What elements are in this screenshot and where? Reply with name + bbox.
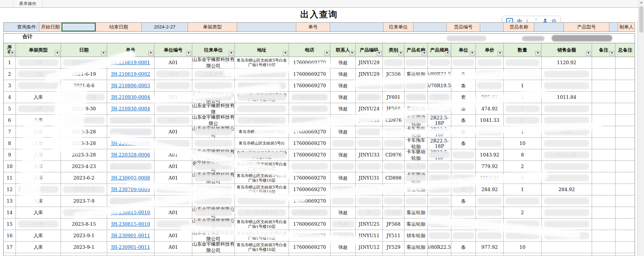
doc-no-link[interactable]: JH-210930-0004: [111, 106, 150, 111]
cell-col-qty: 2: [504, 92, 542, 103]
filter-dropdown-icon[interactable]: ▼: [535, 51, 540, 56]
cell-col-product-name: 卡车导向轮胎: [404, 126, 428, 137]
cell-col-product-code: JI: [356, 207, 383, 218]
doc-no-link[interactable]: JH-220328-0006: [111, 141, 150, 146]
cell-col-product-code: JINYU29: [356, 57, 383, 68]
cell-col-address: 青岛市崂山区文岭路5号白金广场1号楼10层: [235, 172, 289, 184]
filter-dropdown-icon[interactable]: ▼: [324, 51, 329, 56]
table-row: 14入库2023-8-15JH-230815-0010A01山东金宇橡胶有限公司…: [4, 207, 635, 219]
cell-col-address: 金广场1号楼10层: [235, 207, 289, 218]
filter-dropdown-icon[interactable]: ▼: [586, 51, 591, 56]
cell-col-doc-no: JH-220328-0006: [107, 126, 154, 137]
cell-col-contact: 张超: [330, 115, 356, 126]
cell-col-unit: 套: [451, 92, 476, 103]
filter-dropdown-icon[interactable]: ▼: [55, 51, 60, 56]
cell-col-qty: 8: [504, 149, 542, 160]
doc-no-link[interactable]: JH-220328-0006: [111, 129, 150, 134]
cell-col-unit-code: A01: [154, 242, 192, 253]
query-filter-band: 查询条件:开始日期结束日期2024-2-27单据类型单号往来单位货品编号货品名称…: [3, 22, 635, 32]
cell-col-unit-price: 505.92: [476, 92, 504, 103]
doc-no-link[interactable]: JH-220111-0005: [111, 118, 150, 123]
filter-dropdown-icon[interactable]: ▼: [422, 51, 427, 56]
filter-dropdown-icon[interactable]: ▼: [101, 51, 106, 56]
cell-col-unit: 条: [451, 195, 476, 207]
cell-col-phone: 17600669270: [289, 57, 330, 68]
doc-no-link[interactable]: JH-230901-0011: [111, 233, 150, 238]
cell-col-total-remark: [615, 230, 635, 241]
redacted-total-value: [522, 36, 544, 41]
cell-col-date: 2023-8-15: [61, 207, 107, 218]
table-row-partial: [4, 253, 635, 256]
goods-code-input[interactable]: [480, 23, 504, 31]
doc-no-link[interactable]: JH-230901-0011: [111, 244, 150, 250]
cell-col-category: [383, 80, 404, 91]
header-label: 单价: [485, 48, 494, 53]
cell-col-phone: 17600669270: [289, 184, 330, 195]
cell-col-unit: 条: [451, 103, 476, 114]
scroll-thumb[interactable]: [639, 6, 643, 32]
partner-input[interactable]: [413, 23, 447, 31]
redacted-total-value: [447, 36, 486, 41]
doc-no-link[interactable]: JH-230709-0009: [111, 198, 150, 204]
cell-col-unit-code: A01: [154, 92, 192, 103]
redacted-total-value: [552, 35, 612, 41]
filter-dropdown-icon[interactable]: ▼: [609, 51, 614, 56]
filter-dropdown-icon[interactable]: ▼: [470, 51, 475, 56]
cell-col-address: 青岛市崂山区文岭路5号白金广场1号楼10层: [235, 184, 289, 195]
cell-col-seq: 15: [4, 219, 16, 230]
cell-col-address: 青岛市崂山区文岭路5号白金广场1号楼10层: [235, 57, 289, 68]
doc-no-link[interactable]: JH-210806-0003: [111, 83, 150, 88]
header-col-seq: 序号▼: [4, 43, 16, 57]
cell-col-unit-price: [476, 80, 504, 91]
filter-dropdown-icon[interactable]: ▼: [186, 51, 191, 56]
doc-no-link[interactable]: JH-230709-0009: [111, 187, 150, 192]
doc-no-link[interactable]: JH-210930-0004: [111, 94, 150, 100]
doc-no-input[interactable]: [330, 23, 384, 31]
table-row: 17入库2023-9-1JH-230901-0011A01山东金宇橡胶科技有限公…: [4, 242, 635, 253]
product-model-input[interactable]: [609, 23, 618, 31]
filter-dropdown-icon[interactable]: ▼: [498, 51, 503, 56]
doc-no-link[interactable]: JH-230423-0007: [111, 164, 150, 169]
doc-no-link[interactable]: JH-210619-0001: [111, 60, 150, 65]
doc-no-link[interactable]: JH-210619-0002: [111, 71, 150, 77]
doc-type-input[interactable]: [237, 23, 296, 31]
vertical-scrollbar[interactable]: ▲: [638, 0, 644, 256]
start-date-input[interactable]: [62, 23, 96, 31]
filter-dropdown-icon[interactable]: ▼: [10, 51, 15, 56]
scroll-up-arrow[interactable]: ▲: [639, 0, 644, 6]
cell-col-product-code: [356, 195, 383, 207]
filter-dropdown-icon[interactable]: ▼: [350, 51, 355, 56]
filter-dropdown-icon[interactable]: ▼: [445, 51, 450, 56]
cell-col-unit-code: [154, 219, 192, 230]
cell-col-contact: 张超: [330, 57, 356, 68]
table-row: 8入库2023-3-28JH-220328-0006青岛市崂山区文岭路5号白17…: [4, 138, 635, 149]
filter-dropdown-icon[interactable]: ▼: [229, 51, 234, 56]
cell-col-product-code: [356, 161, 383, 172]
header-col-sales-amount: 销售金额▼: [542, 43, 592, 57]
cell-col-seq: 3: [4, 80, 16, 91]
header-label: 日期: [79, 48, 89, 53]
cell-col-phone: 17600669270: [289, 172, 330, 184]
cell-col-product-spec: 5/80R22.5-: [428, 242, 451, 253]
doc-no-link[interactable]: JH-220328-0006: [111, 152, 150, 158]
doc-no-link[interactable]: JH-230815-0010: [111, 210, 150, 215]
cell-col-product-code: JINYU29: [356, 69, 383, 80]
filter-dropdown-icon[interactable]: ▼: [377, 51, 382, 56]
end-date-input[interactable]: 2024-2-27: [142, 23, 188, 31]
tab-form-operations[interactable]: 表单操作: [13, 0, 43, 7]
cell-col-total-remark: [615, 80, 635, 91]
cell-col-product-code: [356, 126, 383, 137]
goods-name-input[interactable]: [534, 23, 564, 31]
table-header-row: 序号▼单据类型▼日期▼单号▼单位编号▼往来单位▼地址▼电话▼联系人▼产品编码▼类…: [4, 43, 635, 57]
cell-col-doc-no: JH-230602-0008: [107, 172, 154, 184]
cell-col-doc-type: 入库: [16, 115, 61, 126]
cell-col-total-remark: [615, 138, 635, 149]
cell-col-date: 2023-6-2: [61, 172, 107, 184]
doc-no-link[interactable]: JH-230602-0008: [111, 175, 150, 181]
filter-dropdown-icon[interactable]: ▼: [148, 51, 153, 56]
filter-dropdown-icon[interactable]: ▼: [398, 51, 403, 56]
doc-no-link[interactable]: JH-230815-0010: [111, 221, 150, 227]
cell-col-category: JF568: [383, 219, 404, 230]
cell-col-product-code: JINYU31: [356, 172, 383, 184]
filter-dropdown-icon[interactable]: ▼: [283, 51, 288, 56]
